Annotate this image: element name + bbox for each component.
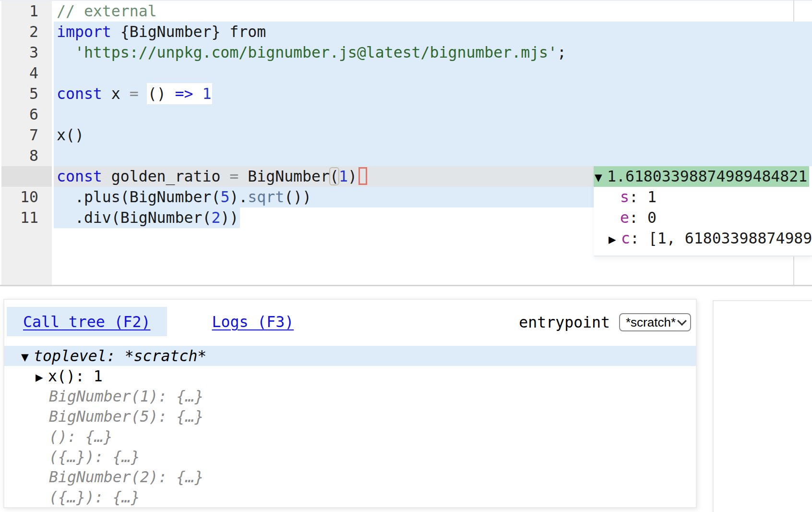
call-tree: ▼toplevel: *scratch* ▶x(): 1 BigNumber(1…	[4, 346, 696, 507]
code-token	[139, 85, 148, 102]
arrow-token: =>	[175, 85, 193, 102]
code-line-1[interactable]: // external	[0, 1, 812, 22]
code-token: )	[348, 168, 357, 185]
operator-token: =	[130, 85, 139, 102]
code-line-2[interactable]: import {BigNumber} from	[0, 22, 812, 42]
operator-token: =	[229, 168, 239, 185]
entrypoint-selected-value: *scratch*	[626, 315, 676, 330]
result-value-badge[interactable]: ▼1.61803398874989484821	[594, 166, 809, 187]
call-tree-row[interactable]: ({…}): {…}	[4, 447, 696, 467]
evaluated-region-highlight	[54, 125, 812, 146]
code-token: x	[102, 85, 130, 102]
code-token: ))	[220, 209, 239, 226]
call-tree-row[interactable]: BigNumber(5): {…}	[4, 406, 696, 427]
app-root: { "editor": { "gutter": ["1","2","3","4"…	[0, 0, 812, 512]
code-line-7[interactable]: x()	[0, 125, 812, 146]
code-token: .div(BigNumber(	[57, 209, 211, 226]
property-token: sqrt	[248, 188, 284, 206]
evaluated-region-highlight	[54, 146, 812, 166]
collapse-triangle-icon[interactable]: ▼	[21, 347, 34, 367]
string-token: 'https://unpkg.com/bignumber.js@latest/b…	[57, 44, 557, 61]
number-token: 1	[339, 168, 348, 185]
code-token: ).	[229, 188, 248, 206]
code-line-3[interactable]: 'https://unpkg.com/bignumber.js@latest/b…	[0, 42, 812, 63]
comment-token: // external	[57, 2, 157, 20]
call-tree-row-toplevel[interactable]: ▼toplevel: *scratch*	[4, 346, 696, 366]
object-value: 0	[647, 209, 657, 226]
entrypoint-label: entrypoint	[519, 314, 610, 331]
entrypoint-control: entrypoint *scratch*	[519, 313, 691, 331]
call-label: x(): 1	[48, 367, 103, 385]
text-cursor	[358, 167, 367, 185]
code-line-5[interactable]: const x = () => 1	[0, 84, 812, 104]
object-value: [1, 61803398874989	[648, 230, 812, 247]
inspector-field-s[interactable]: s: 1	[594, 187, 812, 207]
call-label: (): {…}	[49, 428, 113, 445]
number-token: 1	[202, 85, 211, 102]
code-token: x()	[57, 126, 84, 144]
code-token: .plus(BigNumber(	[57, 188, 220, 206]
code-token: ;	[557, 44, 566, 61]
code-token: BigNumber	[239, 168, 330, 185]
call-label: ({…}): {…}	[49, 488, 140, 506]
inspector-field-e[interactable]: e: 0	[594, 207, 812, 228]
code-token: ())	[284, 188, 311, 206]
call-tree-panel: Call tree (F2) Logs (F3) entrypoint *scr…	[3, 299, 697, 508]
expand-triangle-icon[interactable]: ▶	[36, 367, 48, 387]
key-separator: :	[629, 209, 647, 226]
code-token	[193, 85, 203, 102]
object-key: s	[620, 188, 629, 206]
key-separator: :	[630, 230, 648, 247]
call-tree-row[interactable]: (): {…}	[4, 427, 696, 447]
keyword-token: import	[57, 23, 111, 40]
panel-tabs: Call tree (F2) Logs (F3)	[7, 307, 310, 336]
tab-logs[interactable]: Logs (F3)	[196, 307, 310, 336]
number-token: 2	[211, 209, 220, 226]
code-editor[interactable]: 1 2 3 4 5 6 7 8 9 10 11 // external impo…	[0, 0, 812, 286]
evaluated-region-highlight	[54, 63, 812, 84]
hovered-expression-highlight[interactable]: () => 1	[147, 83, 213, 104]
call-tree-row[interactable]: ({…}): {…}	[4, 487, 696, 507]
call-label: ({…}): {…}	[49, 448, 140, 465]
code-token: {BigNumber} from	[111, 23, 266, 40]
evaluated-region-highlight	[54, 104, 812, 125]
call-tree-tab-link[interactable]: Call tree (F2)	[23, 313, 151, 330]
code-line-8[interactable]	[0, 146, 812, 166]
matching-bracket-highlight: (	[330, 168, 339, 185]
object-value: 1	[647, 188, 657, 206]
entrypoint-select[interactable]: *scratch*	[619, 313, 691, 331]
call-tree-row-x-call[interactable]: ▶x(): 1	[4, 366, 696, 386]
code-line-6[interactable]	[0, 104, 812, 125]
call-label: BigNumber(1): {…}	[49, 388, 203, 405]
call-tree-row[interactable]: BigNumber(2): {…}	[4, 467, 696, 487]
inspector-result-row[interactable]: ▼1.61803398874989484821	[594, 166, 812, 187]
call-label: toplevel: *scratch*	[34, 347, 206, 365]
code-token: ()	[148, 85, 175, 102]
keyword-token: const	[57, 85, 102, 102]
value-inspector: ▼1.61803398874989484821 s: 1 e: 0 ▶c: [1…	[594, 166, 812, 256]
code-token: golden_ratio	[102, 168, 230, 185]
object-key: e	[620, 209, 629, 226]
code-line-4[interactable]	[0, 63, 812, 84]
editor-bottom-border	[0, 285, 812, 286]
key-separator: :	[629, 188, 647, 206]
chevron-down-icon	[677, 316, 687, 326]
call-label: BigNumber(5): {…}	[49, 408, 203, 425]
tab-call-tree[interactable]: Call tree (F2)	[7, 307, 167, 336]
collapse-triangle-icon[interactable]: ▼	[595, 167, 607, 188]
logs-tab-link[interactable]: Logs (F3)	[212, 313, 294, 330]
result-value: 1.61803398874989484821	[607, 168, 807, 185]
side-panel-empty	[713, 300, 812, 512]
call-tree-row[interactable]: BigNumber(1): {…}	[4, 386, 696, 406]
number-token: 5	[220, 188, 229, 206]
inspector-field-c[interactable]: ▶c: [1, 61803398874989	[594, 228, 812, 249]
keyword-token: const	[57, 168, 102, 185]
expand-triangle-icon[interactable]: ▶	[609, 229, 621, 250]
object-key: c	[621, 230, 630, 247]
call-label: BigNumber(2): {…}	[49, 468, 203, 486]
